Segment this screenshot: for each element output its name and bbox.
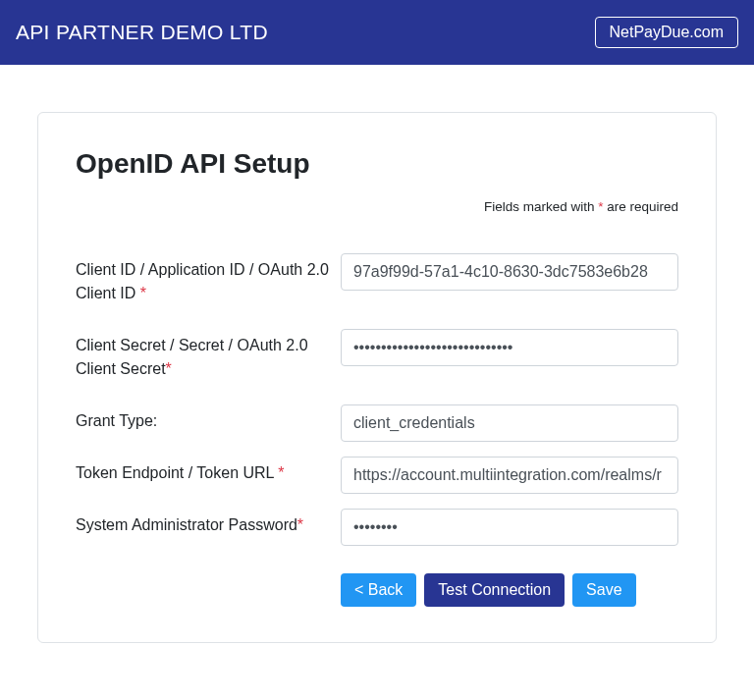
app-title: API PARTNER DEMO LTD xyxy=(16,21,268,44)
client-id-row: Client ID / Application ID / OAuth 2.0 C… xyxy=(76,253,678,305)
test-connection-button[interactable]: Test Connection xyxy=(424,573,565,607)
client-id-input[interactable] xyxy=(341,253,678,291)
client-secret-row: Client Secret / Secret / OAuth 2.0 Clien… xyxy=(76,329,678,381)
page-title: OpenID API Setup xyxy=(76,148,678,180)
app-header: API PARTNER DEMO LTD NetPayDue.com xyxy=(0,0,754,65)
admin-password-label: System Administrator Password* xyxy=(76,509,341,537)
token-endpoint-label: Token Endpoint / Token URL * xyxy=(76,457,341,485)
button-row: < Back Test Connection Save xyxy=(341,573,678,607)
required-star-icon: * xyxy=(297,516,303,533)
required-star-icon: * xyxy=(166,360,172,377)
admin-password-row: System Administrator Password* xyxy=(76,509,678,546)
client-secret-label: Client Secret / Secret / OAuth 2.0 Clien… xyxy=(76,329,341,381)
required-note: Fields marked with * are required xyxy=(76,199,678,214)
save-button[interactable]: Save xyxy=(572,573,635,607)
required-prefix: Fields marked with xyxy=(484,199,598,214)
token-endpoint-input[interactable] xyxy=(341,457,678,494)
grant-type-row: Grant Type: xyxy=(76,404,678,442)
client-id-label: Client ID / Application ID / OAuth 2.0 C… xyxy=(76,253,341,305)
back-button[interactable]: < Back xyxy=(341,573,416,607)
netpaydue-link[interactable]: NetPayDue.com xyxy=(595,17,739,48)
grant-type-input[interactable] xyxy=(341,404,678,442)
required-suffix: are required xyxy=(603,199,678,214)
client-secret-input[interactable] xyxy=(341,329,678,366)
required-star-icon: * xyxy=(278,464,284,481)
required-star-icon: * xyxy=(140,285,146,301)
grant-type-label: Grant Type: xyxy=(76,404,341,433)
admin-password-input[interactable] xyxy=(341,509,678,546)
token-endpoint-row: Token Endpoint / Token URL * xyxy=(76,457,678,494)
setup-card: OpenID API Setup Fields marked with * ar… xyxy=(37,112,717,643)
